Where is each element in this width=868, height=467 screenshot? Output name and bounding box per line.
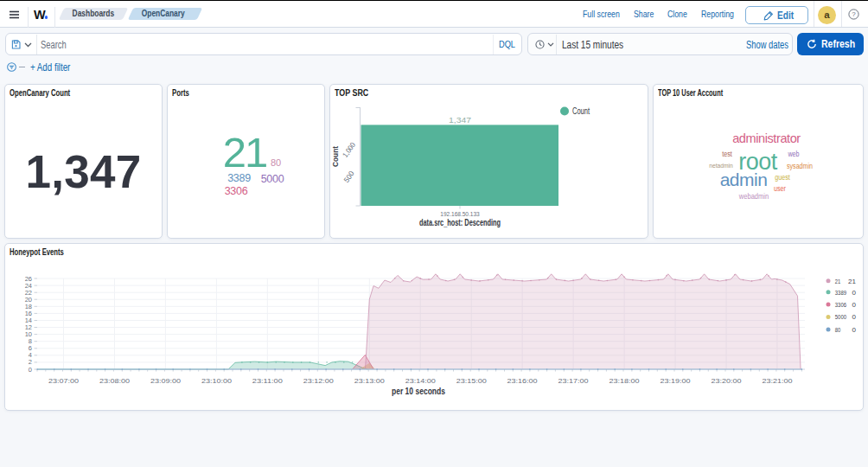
svg-text:0: 0: [852, 313, 857, 321]
svg-text:23:17:00: 23:17:00: [558, 377, 590, 385]
svg-text:1,000: 1,000: [341, 140, 357, 158]
svg-text:23:18:00: 23:18:00: [610, 377, 641, 385]
svg-text:14: 14: [25, 317, 32, 324]
svg-text:23:12:00: 23:12:00: [303, 377, 335, 385]
svg-text:8: 8: [29, 337, 32, 345]
svg-text:23:09:00: 23:09:00: [150, 377, 182, 385]
svg-text:20: 20: [25, 296, 32, 304]
svg-text:23:10:00: 23:10:00: [201, 377, 233, 385]
svg-text:Count: Count: [572, 106, 590, 116]
svg-text:23:19:00: 23:19:00: [661, 377, 692, 385]
svg-text:23:15:00: 23:15:00: [456, 377, 488, 385]
svg-text:5000: 5000: [835, 313, 847, 321]
svg-text:0: 0: [852, 301, 857, 309]
svg-text:data.src_host: Descending: data.src_host: Descending: [419, 218, 501, 227]
svg-text:21: 21: [835, 278, 841, 285]
svg-text:23:13:00: 23:13:00: [354, 377, 386, 385]
svg-text:12: 12: [25, 323, 32, 331]
svg-text:3306: 3306: [835, 301, 847, 309]
svg-text:23:07:00: 23:07:00: [48, 377, 80, 385]
svg-text:0: 0: [29, 366, 32, 374]
svg-text:22: 22: [25, 289, 32, 297]
svg-text:16: 16: [25, 310, 32, 317]
svg-text:24: 24: [25, 282, 32, 290]
svg-text:18: 18: [25, 303, 32, 310]
svg-text:6: 6: [29, 344, 32, 352]
svg-text:0: 0: [852, 289, 857, 297]
svg-text:2: 2: [29, 358, 32, 366]
svg-text:23:11:00: 23:11:00: [252, 377, 284, 385]
svg-text:10: 10: [25, 330, 32, 338]
svg-text:23:21:00: 23:21:00: [762, 377, 793, 385]
svg-text:Count: Count: [330, 145, 340, 167]
svg-text:0: 0: [852, 326, 857, 334]
svg-text:26: 26: [25, 275, 32, 283]
svg-text:23:16:00: 23:16:00: [507, 377, 539, 385]
svg-text:23:20:00: 23:20:00: [712, 377, 743, 385]
svg-text:500: 500: [341, 169, 355, 183]
svg-text:192.168.50.133: 192.168.50.133: [440, 210, 480, 218]
svg-text:per 10 seconds: per 10 seconds: [392, 386, 445, 396]
svg-text:3389: 3389: [835, 289, 847, 297]
svg-text:?: ?: [852, 10, 856, 18]
svg-text:23:08:00: 23:08:00: [99, 377, 131, 385]
svg-text:80: 80: [835, 326, 841, 334]
svg-text:1,347: 1,347: [449, 116, 471, 125]
svg-text:23:14:00: 23:14:00: [405, 377, 437, 385]
svg-text:4: 4: [29, 351, 32, 359]
svg-text:21: 21: [848, 278, 856, 285]
